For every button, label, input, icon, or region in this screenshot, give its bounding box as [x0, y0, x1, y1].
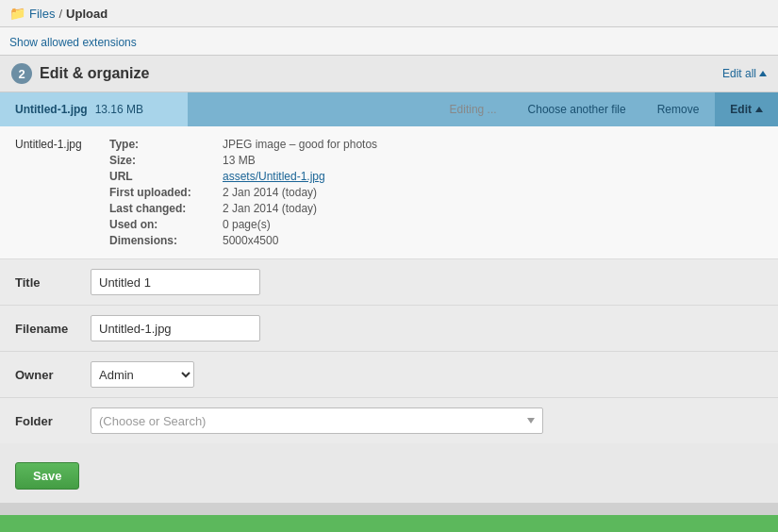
- section-title: Edit & organize: [40, 65, 149, 82]
- bottom-bar: [0, 515, 778, 532]
- title-label: Title: [15, 275, 91, 290]
- owner-label: Owner: [15, 368, 91, 382]
- type-label: Type:: [109, 138, 223, 151]
- allowed-extensions-section: Show allowed extensions: [0, 27, 778, 55]
- edit-button[interactable]: Edit: [714, 92, 778, 126]
- file-tab[interactable]: Untitled-1.jpg 13.16 MB: [0, 92, 189, 126]
- first-uploaded-value: 2 Jan 2014 (today): [223, 186, 377, 199]
- file-info-section: Untitled-1.jpg Type: JPEG image – good f…: [0, 126, 778, 259]
- last-changed-value: 2 Jan 2014 (today): [223, 202, 377, 215]
- choose-another-button[interactable]: Choose another file: [512, 92, 641, 126]
- filename-row: Filename: [0, 306, 778, 352]
- current-page-label: Upload: [66, 7, 108, 21]
- chevron-up-icon: [759, 71, 767, 76]
- tab-filesize: 13.16 MB: [95, 103, 143, 116]
- file-info-table: Type: JPEG image – good for photos Size:…: [109, 138, 377, 247]
- file-info-name: Untitled-1.jpg: [15, 138, 91, 247]
- editing-label: Editing ...: [189, 103, 512, 116]
- remove-button[interactable]: Remove: [641, 92, 715, 126]
- save-button[interactable]: Save: [15, 462, 79, 490]
- folder-label: Folder: [15, 414, 91, 428]
- tab-filename: Untitled-1.jpg: [15, 103, 88, 116]
- owner-row: Owner Admin: [0, 352, 778, 398]
- section-header: 2 Edit & organize Edit all: [0, 55, 778, 92]
- filename-input[interactable]: [91, 315, 260, 341]
- top-bar: 📁 Files / Upload: [0, 0, 778, 27]
- allowed-extensions-link[interactable]: Show allowed extensions: [9, 36, 137, 49]
- save-area: Save: [0, 453, 778, 503]
- owner-select[interactable]: Admin: [91, 361, 194, 388]
- used-on-label: Used on:: [109, 218, 223, 231]
- url-value[interactable]: assets/Untitled-1.jpg: [223, 170, 377, 183]
- size-value: 13 MB: [223, 154, 377, 167]
- form-area: Title Filename Owner Admin Folder (Choos…: [0, 259, 778, 453]
- used-on-value: 0 page(s): [223, 218, 377, 231]
- files-link[interactable]: Files: [29, 7, 55, 21]
- folder-row: Folder (Choose or Search): [0, 398, 778, 443]
- edit-chevron-up-icon: [755, 107, 763, 112]
- section-number: 2: [11, 63, 32, 84]
- folder-select[interactable]: (Choose or Search): [91, 407, 543, 434]
- file-tab-bar: Untitled-1.jpg 13.16 MB Editing ... Choo…: [0, 92, 778, 126]
- folder-placeholder: (Choose or Search): [99, 414, 206, 428]
- title-input[interactable]: [91, 269, 260, 295]
- edit-all-button[interactable]: Edit all: [722, 67, 767, 80]
- last-changed-label: Last changed:: [109, 202, 223, 215]
- files-icon: 📁: [9, 6, 25, 21]
- type-value: JPEG image – good for photos: [223, 138, 377, 151]
- filename-label: Filename: [15, 322, 91, 336]
- dimensions-value: 5000x4500: [223, 234, 377, 247]
- first-uploaded-label: First uploaded:: [109, 186, 223, 199]
- url-label: URL: [109, 170, 223, 183]
- title-row: Title: [0, 259, 778, 306]
- folder-chevron-down-icon: [527, 418, 535, 424]
- size-label: Size:: [109, 154, 223, 167]
- breadcrumb-separator: /: [58, 7, 62, 21]
- main-content: Untitled-1.jpg Type: JPEG image – good f…: [0, 126, 778, 503]
- dimensions-label: Dimensions:: [109, 234, 223, 247]
